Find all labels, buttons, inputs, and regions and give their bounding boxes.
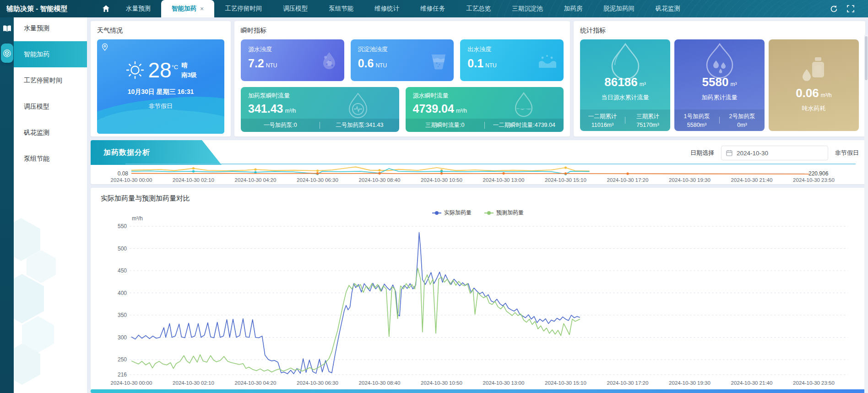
- stat-card-加药累计流量[interactable]: 5580m³加药累计流量1号加药泵5580m³2号加药泵0m³: [674, 39, 765, 131]
- topbar-tab-智能加药[interactable]: 智能加药×: [161, 0, 214, 17]
- tab-label: 调压模型: [283, 0, 308, 17]
- card-value: 341.43m³/h: [248, 102, 392, 115]
- topbar-tab-工艺停留时间[interactable]: 工艺停留时间: [214, 0, 272, 17]
- sidebar-item-泵组节能[interactable]: 泵组节能: [14, 146, 87, 172]
- turbidity-card-出水浊度[interactable]: 出水浊度0.1NTU: [460, 39, 564, 81]
- tab-label: 泵组节能: [329, 0, 353, 17]
- topbar-tab-维修任务[interactable]: 维修任务: [410, 0, 456, 17]
- calendar-icon: [726, 150, 732, 156]
- svg-text:250: 250: [118, 356, 127, 363]
- turbidity-card-沉淀池浊度[interactable]: 沉淀池浊度0.6NTU: [351, 39, 454, 81]
- footer-value: 0m³: [737, 122, 747, 128]
- chart-legend: 实际加药量预测加药量: [91, 209, 865, 217]
- svg-text:2024-10-30 08:40: 2024-10-30 08:40: [359, 380, 401, 386]
- stat-card-吨水药耗[interactable]: 0.06m³/h吨水药耗: [769, 39, 859, 131]
- bottom-section-edge: [91, 389, 865, 393]
- sparkline-chart[interactable]: 0.08220.9062024-10-30 00:002024-10-30 02…: [94, 161, 862, 183]
- footer-col: 三期累计75170m³: [625, 113, 670, 128]
- app-title: 辅助决策 - 智能模型: [0, 0, 90, 17]
- model-cube-icon[interactable]: [1, 44, 13, 63]
- tab-label: 水量预测: [126, 0, 151, 17]
- topbar-tab-工艺总览[interactable]: 工艺总览: [456, 0, 501, 17]
- dosing-analysis-title: 加药数据分析: [103, 148, 150, 158]
- weather-card: 28°C 晴 南3级 10月30日 星期三 16:31 非节假日: [97, 39, 224, 134]
- svg-text:220.906: 220.906: [808, 170, 829, 177]
- flow-card-源水瞬时流量[interactable]: 源水瞬时流量4739.04m³/h三期瞬时流量:0一二期瞬时流量:4739.04: [406, 87, 564, 132]
- svg-text:2024-10-30 21:40: 2024-10-30 21:40: [731, 380, 773, 386]
- sidebar-item-水量预测[interactable]: 水量预测: [14, 17, 87, 41]
- big-drop-icon: [608, 49, 643, 72]
- tab-label: 维修任务: [420, 0, 445, 17]
- footer-key: 1号加药泵: [684, 113, 710, 120]
- legend-marker: [432, 211, 441, 215]
- sidebar-item-矾花监测[interactable]: 矾花监测: [14, 120, 87, 146]
- pulse-drop-icon: [346, 92, 370, 119]
- legend-item-实际加药量[interactable]: 实际加药量: [432, 209, 472, 217]
- fullscreen-icon[interactable]: [847, 5, 854, 12]
- sidebar-item-调压模型[interactable]: 调压模型: [14, 93, 87, 120]
- card-value: 4739.04m³/h: [413, 102, 557, 115]
- topbar-tab-调压模型[interactable]: 调压模型: [272, 0, 318, 17]
- svg-text:2024-10-30 15:10: 2024-10-30 15:10: [545, 380, 586, 386]
- sidebar-item-智能加药[interactable]: 智能加药: [14, 41, 87, 67]
- svg-text:2024-10-30 19:30: 2024-10-30 19:30: [669, 380, 711, 386]
- svg-text:2024-10-30 23:50: 2024-10-30 23:50: [793, 380, 835, 386]
- chart-title: 实际加药量与预测加药量对比: [101, 194, 865, 203]
- topbar-tab-三期沉淀池[interactable]: 三期沉淀池: [501, 0, 553, 17]
- date-picker-input[interactable]: 2024-10-30: [721, 146, 828, 160]
- svg-text:2024-10-30 00:00: 2024-10-30 00:00: [111, 177, 152, 183]
- svg-text:2024-10-30 21:40: 2024-10-30 21:40: [731, 177, 773, 183]
- footer-left-value: 一号加药泵:0: [241, 121, 320, 129]
- card-unit: NTU: [485, 62, 497, 69]
- comparison-line-chart[interactable]: 5505004504003503002502162024-10-30 00:00…: [93, 222, 863, 389]
- tab-label: 维修统计: [374, 0, 399, 17]
- topbar-tab-水量预测[interactable]: 水量预测: [115, 0, 161, 17]
- half-drop-icon: [513, 92, 534, 118]
- dosing-comparison-panel: 实际加药量与预测加药量对比 实际加药量预测加药量 m³/h 5505004504…: [91, 188, 865, 393]
- legend-item-预测加药量[interactable]: 预测加药量: [484, 209, 524, 217]
- card-label: 加药累计流量: [702, 93, 738, 102]
- flow-card-加药泵瞬时流量[interactable]: 加药泵瞬时流量341.43m³/h一号加药泵:0二号加药泵:341.43: [241, 87, 399, 132]
- left-rail: [0, 17, 14, 393]
- topbar-tab-泵组节能[interactable]: 泵组节能: [318, 0, 364, 17]
- turbidity-card-源水浊度[interactable]: 源水浊度7.2NTU: [241, 39, 344, 81]
- topbar-actions: [830, 0, 868, 17]
- refresh-icon[interactable]: [830, 5, 838, 13]
- svg-text:2024-10-30 15:10: 2024-10-30 15:10: [545, 177, 586, 183]
- dosing-analysis-panel: 加药数据分析 日期选择 2024-10-30 非节假日 0.08220.9062…: [91, 140, 865, 184]
- card-unit: m³/h: [821, 92, 832, 98]
- svg-text:2024-10-30 06:30: 2024-10-30 06:30: [297, 177, 338, 183]
- topbar-tab-脱泥加药间[interactable]: 脱泥加药间: [593, 0, 645, 17]
- topbar-tab-矾花监测[interactable]: 矾花监测: [645, 0, 691, 17]
- svg-text:300: 300: [118, 334, 127, 341]
- tab-label: 工艺总览: [466, 0, 491, 17]
- page-scrollbar[interactable]: [864, 35, 868, 393]
- card-unit: NTU: [375, 62, 387, 69]
- card-unit: m³: [640, 81, 646, 87]
- weather-date: 10月30日 星期三 16:31: [97, 88, 224, 96]
- topbar: 辅助决策 - 智能模型 水量预测智能加药×工艺停留时间调压模型泵组节能维修统计维…: [0, 0, 868, 17]
- svg-text:2024-10-30 13:00: 2024-10-30 13:00: [483, 380, 525, 386]
- footer-left-value: 三期瞬时流量:0: [406, 121, 484, 129]
- card-footer: 一号加药泵:0二号加药泵:341.43: [241, 119, 399, 132]
- svg-text:2024-10-30 19:30: 2024-10-30 19:30: [669, 177, 711, 183]
- scrollbar-thumb[interactable]: [865, 36, 868, 80]
- svg-text:500: 500: [118, 246, 127, 252]
- weather-condition: 晴: [181, 61, 196, 70]
- svg-text:2024-10-30 06:30: 2024-10-30 06:30: [297, 380, 338, 386]
- topbar-tab-维修统计[interactable]: 维修统计: [364, 0, 410, 17]
- card-label: 源水瞬时流量: [413, 92, 557, 100]
- footer-value: 5580m³: [687, 122, 706, 128]
- home-icon[interactable]: [96, 0, 115, 17]
- book-icon[interactable]: [1, 23, 12, 34]
- stat-card-当日源水累计流量[interactable]: 86186m³当日源水累计流量一二期累计11016m³三期累计75170m³: [580, 39, 670, 131]
- svg-text:450: 450: [118, 267, 127, 274]
- svg-text:0.08: 0.08: [118, 170, 129, 177]
- sidebar-item-工艺停留时间[interactable]: 工艺停留时间: [14, 67, 87, 93]
- card-label: 吨水药耗: [802, 104, 826, 113]
- footer-col: 2号加药泵0m³: [720, 113, 765, 128]
- topbar-tab-加药房[interactable]: 加药房: [553, 0, 593, 17]
- svg-text:2024-10-30 17:20: 2024-10-30 17:20: [607, 380, 649, 386]
- tab-close-icon[interactable]: ×: [200, 0, 204, 17]
- date-select-label: 日期选择: [690, 149, 714, 157]
